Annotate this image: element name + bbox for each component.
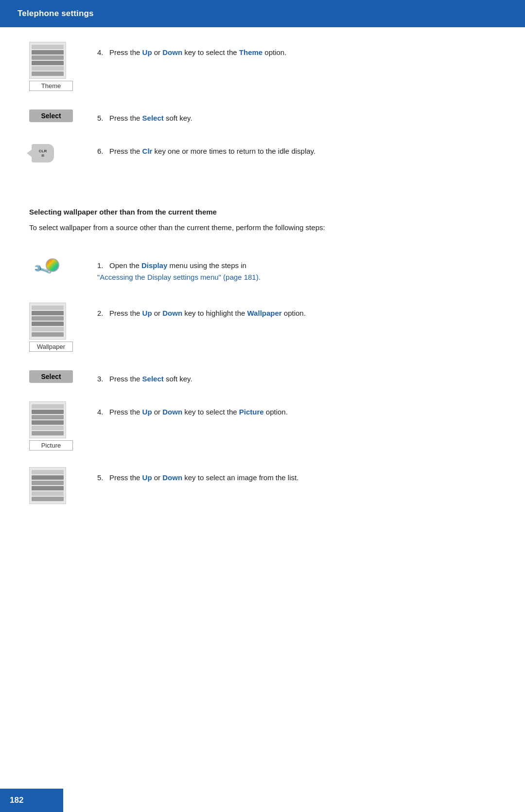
step-s2-4-text: 4. Press the Up or Down key to select th… (97, 401, 496, 418)
step-4-text: 4. Press the Up or Down key to select th… (97, 42, 496, 58)
step-s2-2-text-after: option. (284, 309, 306, 317)
step-s2-2-down-key: Down (162, 309, 182, 317)
clr-key-shape: CLR ⊞ (32, 144, 54, 162)
step-5-text-before: Press the (109, 114, 142, 122)
step-s2-3-text: 3. Press the Select soft key. (97, 368, 496, 385)
step-s2-4-picture-key: Picture (239, 408, 264, 416)
step-s2-5-text-after: key to select an image from the list. (184, 473, 298, 482)
step-s2-2-text-mid: key to highlight the (184, 309, 247, 317)
step-s2-5-up-key: Up (142, 473, 152, 482)
step-s2-1: 🔧 1. Open the Display menu using the ste… (29, 255, 496, 286)
step-4-text-before: Press the (109, 48, 142, 56)
page-number: 182 (10, 795, 23, 805)
step-4-down-key: Down (162, 48, 182, 56)
step-s2-5-text: 5. Press the Up or Down key to select an… (97, 467, 496, 484)
step-s2-3-select-key: Select (142, 375, 164, 383)
step-4-num: 4. (97, 48, 107, 56)
step-4-theme-key: Theme (239, 48, 262, 56)
step-6-clr: CLR ⊞ 6. Press the Clr key one or more t… (29, 141, 496, 166)
step-4-up-key: Up (142, 48, 152, 56)
page-header: Telephone settings (0, 0, 525, 27)
step-s2-5-or: or (154, 473, 163, 482)
step-s2-1-num: 1. (97, 261, 107, 270)
picture-label: Picture (29, 440, 73, 451)
step-s2-3-text-before: Press the (109, 375, 142, 383)
step-s2-5-down-key: Down (162, 473, 182, 482)
step-s2-4-num: 4. (97, 408, 107, 416)
step-6-clr-key: Clr (142, 147, 153, 155)
step-s2-4-or: or (154, 408, 163, 416)
step-6-text: 6. Press the Clr key one or more times t… (97, 141, 496, 157)
step-6-text-before: Press the (109, 147, 142, 155)
display-settings-link[interactable]: "Accessing the Display settings menu" (p… (97, 273, 261, 281)
page-footer: 182 (0, 789, 63, 812)
step-s2-3-num: 3. (97, 375, 107, 383)
step-6-text-after: key one or more times to return to the i… (155, 147, 316, 155)
clr-icon: CLR ⊞ (29, 141, 56, 166)
wallpaper-label: Wallpaper (29, 342, 73, 352)
phone-menu-icon-list (29, 467, 66, 504)
step-s2-2-wallpaper-key: Wallpaper (247, 309, 282, 317)
step-s2-4-text-after: option. (266, 408, 288, 416)
display-icon: 🔧 (29, 255, 63, 286)
step-s2-2-text-before: Press the (109, 309, 142, 317)
step-s2-4-down-key: Down (162, 408, 182, 416)
step-4-text-mid: key to select the (184, 48, 239, 56)
step-4-text-after: option. (264, 48, 286, 56)
step-s2-5-num: 5. (97, 473, 107, 482)
step-s2-1-text-mid: menu using the steps in (169, 261, 246, 270)
step-s2-2-num: 2. (97, 309, 107, 317)
page-header-title: Telephone settings (18, 9, 94, 18)
step-s2-2: Wallpaper 2. Press the Up or Down key to… (29, 303, 496, 352)
step-s2-3-icon-col: Select (29, 368, 97, 383)
step-5-num: 5. (97, 114, 107, 122)
step-5-text: 5. Press the Select soft key. (97, 108, 496, 124)
step-s2-3: Select 3. Press the Select soft key. (29, 368, 496, 385)
step-s2-4-up-key: Up (142, 408, 152, 416)
step-s2-2-or: or (154, 309, 163, 317)
phone-menu-icon-4 (29, 42, 66, 79)
step-s2-5-text-before: Press the (109, 473, 142, 482)
step-4-theme: Theme 4. Press the Up or Down key to sel… (29, 42, 496, 91)
step-4-icon-col: Theme (29, 42, 97, 91)
step-s2-2-icon-col: Wallpaper (29, 303, 97, 352)
step-s2-5: 5. Press the Up or Down key to select an… (29, 467, 496, 504)
step-5-text-after: soft key. (166, 114, 192, 122)
select-button-2[interactable]: Select (29, 370, 73, 383)
step-s2-4-icon-col: Picture (29, 401, 97, 451)
phone-menu-icon-wallpaper (29, 303, 66, 340)
page-content: Theme 4. Press the Up or Down key to sel… (0, 27, 525, 561)
step-s2-1-text-before: Open the (109, 261, 141, 270)
step-s2-1-display-key: Display (141, 261, 167, 270)
step-s2-3-text-after: soft key. (166, 375, 192, 383)
step-4-or: or (154, 48, 163, 56)
select-button-1[interactable]: Select (29, 109, 73, 122)
section2-intro: To select wallpaper from a source other … (29, 222, 496, 234)
step-s2-5-icon-col (29, 467, 97, 504)
step-5-icon-col: Select (29, 108, 97, 122)
step-s2-4: Picture 4. Press the Up or Down key to s… (29, 401, 496, 451)
palette-icon (46, 258, 59, 272)
step-5-select: Select 5. Press the Select soft key. (29, 108, 496, 124)
step-5-select-key: Select (142, 114, 164, 122)
theme-label: Theme (29, 81, 73, 91)
step-s2-1-text: 1. Open the Display menu using the steps… (97, 255, 496, 283)
step-6-num: 6. (97, 147, 107, 155)
step-s2-2-text: 2. Press the Up or Down key to highlight… (97, 303, 496, 319)
step-s2-2-up-key: Up (142, 309, 152, 317)
phone-menu-icon-picture (29, 401, 66, 438)
step-s2-1-icon-col: 🔧 (29, 255, 97, 286)
step-6-icon-col: CLR ⊞ (29, 141, 97, 166)
step-s2-4-text-before: Press the (109, 408, 142, 416)
section2-heading: Selecting wallpaper other than from the … (29, 208, 496, 216)
step-s2-4-text-mid: key to select the (184, 408, 239, 416)
display-icon-inner: 🔧 (33, 257, 59, 284)
